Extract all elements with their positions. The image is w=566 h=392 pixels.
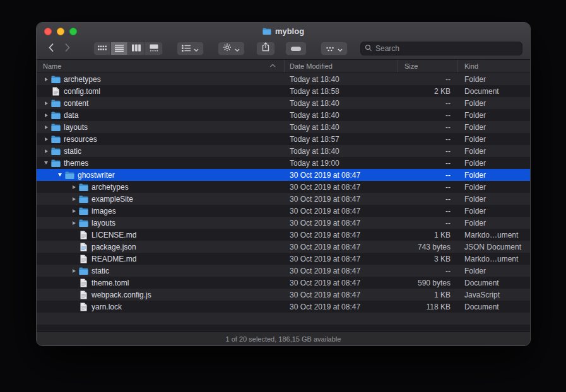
table-row[interactable]: exampleSite 30 Oct 2019 at 08:47 -- Fold… (37, 193, 530, 205)
name-cell: data (37, 111, 285, 120)
item-name: package.json (91, 243, 136, 251)
folder-icon (78, 267, 88, 275)
column-header-size[interactable]: Size (398, 60, 458, 72)
item-size: -- (398, 75, 458, 84)
gallery-view-icon (150, 43, 158, 54)
list-view-button[interactable] (111, 42, 128, 55)
disclosure-triangle[interactable] (69, 197, 78, 201)
name-cell: webpack.config.js (37, 291, 285, 299)
item-date-modified: Today at 18:40 (285, 75, 398, 84)
tag-button[interactable] (285, 42, 307, 55)
disclosure-triangle[interactable] (69, 221, 78, 225)
forward-button[interactable] (59, 42, 76, 55)
search-input[interactable] (375, 44, 518, 53)
item-date-modified: Today at 18:57 (285, 135, 398, 144)
table-row[interactable]: data Today at 18:40 -- Folder (37, 109, 530, 121)
disclosure-triangle[interactable] (42, 78, 50, 81)
table-row[interactable]: ghostwriter 30 Oct 2019 at 08:47 -- Fold… (37, 169, 530, 181)
gear-icon (223, 43, 232, 54)
table-row[interactable]: layouts Today at 18:40 -- Folder (37, 121, 530, 133)
disclosure-triangle[interactable] (42, 149, 50, 153)
action-dropdown[interactable] (218, 42, 245, 55)
item-size: 1 KB (398, 231, 458, 239)
disclosure-triangle[interactable] (56, 173, 64, 176)
column-view-button[interactable] (128, 42, 145, 55)
search-field[interactable] (360, 42, 522, 55)
table-row[interactable]: images 30 Oct 2019 at 08:47 -- Folder (37, 205, 530, 217)
disclosure-triangle[interactable] (42, 137, 50, 141)
item-kind: Folder (458, 159, 530, 168)
item-kind: JavaScript (458, 291, 530, 299)
disclosure-triangle[interactable] (69, 269, 78, 273)
table-row[interactable]: config.toml Today at 18:58 2 KB Document (37, 85, 530, 97)
item-size: -- (398, 135, 458, 144)
minimize-button[interactable] (57, 28, 64, 35)
title-bar[interactable]: myblog (37, 23, 530, 40)
folder-icon (50, 76, 61, 83)
disclosure-triangle[interactable] (42, 113, 50, 117)
back-button[interactable] (43, 42, 59, 55)
name-cell: theme.toml (37, 279, 285, 287)
group-dropdown[interactable] (177, 42, 204, 55)
item-name: exampleSite (91, 195, 133, 204)
item-size: -- (398, 159, 458, 168)
disclosure-triangle[interactable] (69, 185, 78, 189)
item-kind: Folder (458, 75, 530, 84)
item-kind: Folder (458, 99, 530, 108)
item-kind: JSON Document (458, 243, 530, 251)
folder-icon (50, 159, 61, 167)
folder-icon (50, 135, 61, 143)
more-dropdown[interactable] (321, 42, 348, 55)
gallery-view-button[interactable] (145, 42, 162, 55)
name-cell: package.json (37, 243, 285, 251)
item-kind: Document (458, 87, 530, 96)
disclosure-triangle[interactable] (42, 161, 50, 164)
column-header-date-modified[interactable]: Date Modified (285, 60, 398, 72)
tag-capsule-icon (290, 43, 302, 54)
item-size: 590 bytes (398, 279, 458, 287)
table-row[interactable]: archetypes Today at 18:40 -- Folder (37, 73, 530, 85)
icon-view-button[interactable] (94, 42, 111, 55)
group-icon (182, 43, 191, 54)
json-document-icon (78, 243, 88, 251)
status-text: 1 of 20 selected, 186,15 GB available (226, 335, 341, 343)
item-kind: Folder (458, 195, 530, 204)
item-name: README.md (91, 255, 136, 263)
disclosure-triangle[interactable] (42, 125, 50, 129)
name-cell: archetypes (37, 183, 285, 192)
column-header-kind[interactable]: Kind (458, 60, 530, 72)
table-row[interactable]: README.md 30 Oct 2019 at 08:47 3 KB Mark… (37, 253, 530, 265)
table-row[interactable]: LICENSE.md 30 Oct 2019 at 08:47 1 KB Mar… (37, 229, 530, 241)
table-row[interactable]: content Today at 18:40 -- Folder (37, 97, 530, 109)
column-header-label: Name (43, 62, 61, 70)
table-row[interactable]: theme.toml 30 Oct 2019 at 08:47 590 byte… (37, 277, 530, 289)
toolbar (37, 40, 530, 59)
item-size: -- (398, 111, 458, 120)
table-row[interactable]: static 30 Oct 2019 at 08:47 -- Folder (37, 265, 530, 277)
item-date-modified: Today at 19:00 (285, 159, 398, 168)
item-name: layouts (64, 123, 88, 132)
table-row[interactable]: themes Today at 19:00 -- Folder (37, 157, 530, 169)
name-cell: config.toml (37, 87, 285, 96)
close-button[interactable] (44, 28, 52, 35)
item-kind: Document (458, 303, 530, 311)
table-row[interactable]: static Today at 18:40 -- Folder (37, 145, 530, 157)
table-row[interactable]: webpack.config.js 30 Oct 2019 at 08:47 1… (37, 289, 530, 301)
disclosure-triangle[interactable] (42, 101, 50, 105)
share-button[interactable] (256, 42, 275, 55)
name-cell: resources (37, 135, 285, 144)
folder-icon (50, 112, 61, 119)
table-row[interactable]: layouts 30 Oct 2019 at 08:47 -- Folder (37, 217, 530, 229)
item-name: archetypes (91, 183, 129, 192)
table-row[interactable]: archetypes 30 Oct 2019 at 08:47 -- Folde… (37, 181, 530, 193)
disclosure-triangle[interactable] (69, 209, 78, 213)
item-size: -- (398, 171, 458, 180)
name-cell: ghostwriter (37, 171, 285, 180)
table-row[interactable]: resources Today at 18:57 -- Folder (37, 133, 530, 145)
zoom-button[interactable] (69, 28, 77, 35)
table-row[interactable]: yarn.lock 30 Oct 2019 at 08:47 118 KB Do… (37, 301, 530, 313)
folder-proxy-icon[interactable] (262, 26, 271, 37)
table-row[interactable]: package.json 30 Oct 2019 at 08:47 743 by… (37, 241, 530, 253)
column-header-name[interactable]: Name (37, 60, 285, 72)
name-cell: README.md (37, 255, 285, 263)
